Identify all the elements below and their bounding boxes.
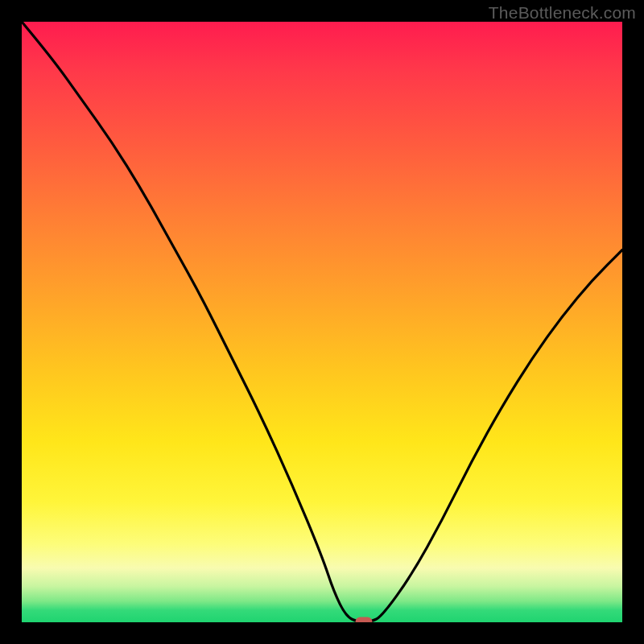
optimal-point-marker [356, 617, 373, 623]
plot-area [22, 22, 622, 622]
bottleneck-curve [22, 22, 622, 622]
watermark-text: TheBottleneck.com [489, 3, 636, 23]
chart-frame: TheBottleneck.com [0, 0, 644, 644]
